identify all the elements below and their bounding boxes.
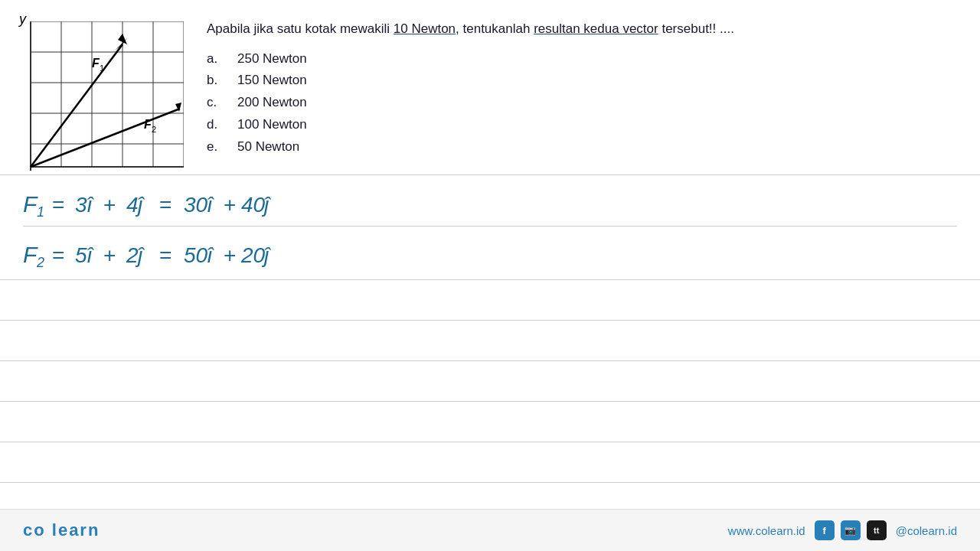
svg-text:F: F <box>23 242 38 267</box>
svg-text:50: 50 <box>184 243 208 267</box>
work-formula-1: F 1 = 3 î + 4 ĵ = 30 î + 40 ĵ <box>23 180 452 222</box>
divider-work <box>23 226 957 227</box>
svg-text:+: + <box>224 243 236 267</box>
option-d[interactable]: d. 100 Newton <box>207 114 957 136</box>
svg-text:F: F <box>23 191 38 217</box>
question-text: Apabila jika satu kotak mewakili 10 Newt… <box>207 19 957 39</box>
svg-text:2: 2 <box>36 255 44 270</box>
option-c[interactable]: c. 200 Newton <box>207 92 957 114</box>
social-handle: @colearn.id <box>896 524 957 537</box>
svg-text:+: + <box>224 193 236 217</box>
option-d-value: 100 Newton <box>237 114 307 136</box>
svg-text:=: = <box>159 193 172 217</box>
option-b-value: 150 Newton <box>237 70 307 92</box>
question-highlight-newton: 10 Newton <box>394 21 456 36</box>
question-text-before: Apabila jika satu kotak mewakili <box>207 21 394 36</box>
svg-text:î: î <box>207 193 214 217</box>
question-text-middle: , tentukanlah <box>456 21 530 36</box>
paper-line-1 <box>0 279 980 280</box>
svg-text:=: = <box>159 243 172 267</box>
option-e-value: 50 Newton <box>237 136 299 158</box>
option-c-letter: c. <box>207 92 222 114</box>
svg-text:=: = <box>52 193 64 217</box>
option-a[interactable]: a. 250 Newton <box>207 48 957 70</box>
footer-website: www.colearn.id <box>728 524 805 537</box>
svg-text:2: 2 <box>152 125 156 134</box>
question-highlight-resultan: resultan kedua vector <box>534 21 658 36</box>
option-e[interactable]: e. 50 Newton <box>207 136 957 158</box>
paper-line-6 <box>0 482 980 483</box>
work-area: F 1 = 3 î + 4 ĵ = 30 î + 40 ĵ <box>23 180 957 272</box>
option-c-value: 200 Newton <box>237 92 307 114</box>
svg-text:î: î <box>87 243 94 267</box>
work-line-2: F 2 = 5 î + 2 ĵ = 50 î + 20 ĵ <box>23 230 957 272</box>
vector-diagram: F 1 F 2 <box>23 21 184 174</box>
co-learn-logo: co learn <box>23 520 100 540</box>
tiktok-icon: tt <box>867 520 887 540</box>
svg-text:40: 40 <box>241 193 266 217</box>
brand-text: co learn <box>23 520 100 540</box>
question-area: Apabila jika satu kotak mewakili 10 Newt… <box>207 15 957 158</box>
paper-line-2 <box>0 320 980 321</box>
svg-text:î: î <box>207 243 214 267</box>
svg-text:20: 20 <box>240 243 266 267</box>
svg-text:1: 1 <box>37 204 44 220</box>
main-content: y <box>0 0 980 199</box>
svg-text:30: 30 <box>184 193 208 217</box>
footer-right: www.colearn.id f 📷 tt @colearn.id <box>728 520 957 540</box>
question-text-after: tersebut!! .... <box>658 21 734 36</box>
options-list: a. 250 Newton b. 150 Newton c. 200 Newto… <box>207 48 957 158</box>
option-a-letter: a. <box>207 48 222 70</box>
svg-text:3: 3 <box>75 193 87 217</box>
svg-text:2: 2 <box>126 243 139 267</box>
paper-line-5 <box>0 442 980 442</box>
option-d-letter: d. <box>207 114 222 136</box>
facebook-icon: f <box>815 520 835 540</box>
svg-text:5: 5 <box>75 243 87 267</box>
top-section: y <box>23 15 957 176</box>
option-b[interactable]: b. 150 Newton <box>207 70 957 92</box>
instagram-icon: 📷 <box>841 520 861 540</box>
work-line-1: F 1 = 3 î + 4 ĵ = 30 î + 40 ĵ <box>23 180 957 222</box>
svg-text:+: + <box>103 193 116 217</box>
option-a-value: 250 Newton <box>237 48 307 70</box>
option-e-letter: e. <box>207 136 222 158</box>
paper-lines-area <box>0 279 980 483</box>
paper-line-3 <box>0 360 980 361</box>
svg-text:4: 4 <box>126 193 139 217</box>
svg-text:=: = <box>52 243 64 267</box>
work-formula-2: F 2 = 5 î + 2 ĵ = 50 î + 20 ĵ <box>23 230 452 272</box>
divider-1 <box>0 174 980 175</box>
svg-text:î: î <box>87 193 94 217</box>
social-icons: f 📷 tt <box>815 520 887 540</box>
grid-diagram: y <box>23 15 191 176</box>
paper-line-4 <box>0 401 980 402</box>
svg-text:1: 1 <box>100 64 104 73</box>
svg-text:+: + <box>103 243 116 267</box>
option-b-letter: b. <box>207 70 222 92</box>
footer: co learn www.colearn.id f 📷 tt @colearn.… <box>0 509 980 551</box>
